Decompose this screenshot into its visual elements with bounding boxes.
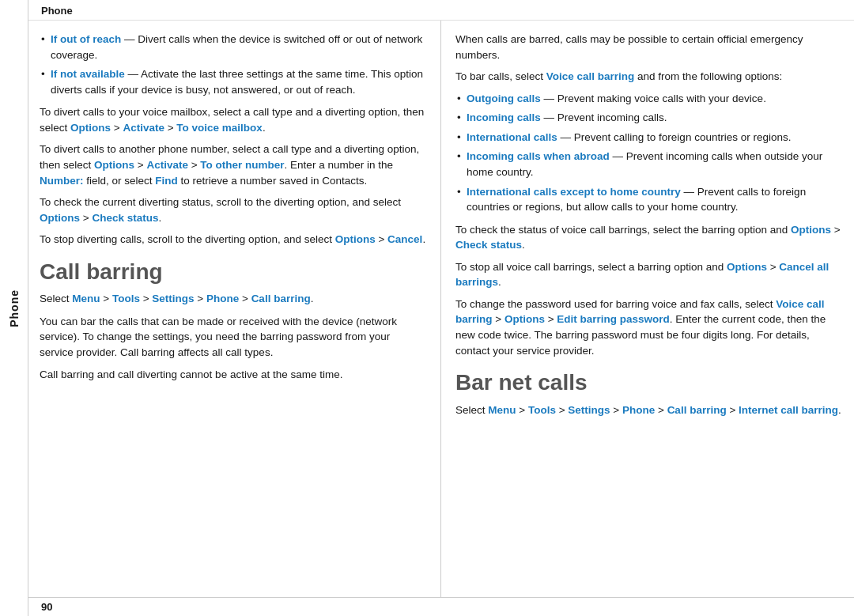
options-link-r2[interactable]: Options (727, 261, 767, 273)
cancel-link[interactable]: Cancel (387, 233, 422, 245)
call-barring-para1: You can bar the calls that can be made o… (40, 314, 426, 361)
list-item: If not available — Activate the last thr… (40, 66, 426, 97)
incoming-calls-link[interactable]: Incoming calls (467, 111, 541, 123)
sidebar: Phone (0, 0, 28, 616)
international-calls-except-link[interactable]: International calls except to home count… (467, 186, 681, 198)
phone-link-2[interactable]: Phone (622, 404, 655, 416)
bar-net-calls-path: Select Menu > Tools > Settings > Phone >… (455, 402, 841, 418)
bar-net-calls-heading: Bar net calls (455, 369, 841, 396)
page-footer: 90 (28, 597, 854, 616)
list-item: International calls except to home count… (455, 184, 841, 215)
settings-link-2[interactable]: Settings (568, 404, 610, 416)
list-item: International calls — Prevent calling to… (455, 130, 841, 145)
voice-call-barring-para: To bar calls, select Voice call barring … (455, 69, 841, 85)
options-link-r1[interactable]: Options (791, 224, 831, 236)
activate-link-1[interactable]: Activate (123, 122, 164, 134)
edit-barring-password-link[interactable]: Edit barring password (557, 313, 670, 325)
check-barring-status-para: To check the status of voice call barrin… (455, 222, 841, 253)
to-voice-mailbox-link[interactable]: To voice mailbox (176, 122, 263, 134)
page-wrapper: Phone Phone If out of reach — Divert cal… (0, 0, 854, 616)
page-title-bar: Phone (28, 0, 854, 21)
call-barring-link[interactable]: Call barring (251, 293, 311, 304)
check-status-link-r[interactable]: Check status (455, 239, 522, 251)
para-voice-mailbox: To divert calls to your voice mailbox, s… (40, 104, 426, 135)
sidebar-label: Phone (8, 289, 21, 327)
list-item: Outgoing calls — Prevent making voice ca… (455, 91, 841, 107)
stop-barrings-para: To stop all voice call barrings, select … (455, 259, 841, 290)
menu-link-2[interactable]: Menu (488, 404, 516, 416)
call-barring-heading: Call barring (40, 259, 426, 285)
para-stop-diverting: To stop diverting calls, scroll to the d… (40, 232, 426, 248)
list-item: Incoming calls when abroad — Prevent inc… (455, 149, 841, 180)
columns-wrapper: If out of reach — Divert calls when the … (28, 21, 854, 597)
voice-call-barring-link[interactable]: Voice call barring (546, 70, 635, 82)
options-link-3[interactable]: Options (40, 212, 80, 224)
if-out-of-reach-link[interactable]: If out of reach (51, 33, 121, 45)
main-content: Phone If out of reach — Divert calls whe… (28, 0, 854, 616)
options-link-1[interactable]: Options (70, 122, 111, 134)
internet-call-barring-link[interactable]: Internet call barring (739, 404, 838, 416)
top-bullet-list: If out of reach — Divert calls when the … (40, 32, 426, 97)
emergency-para: When calls are barred, calls may be poss… (455, 32, 841, 62)
list-item: If out of reach — Divert calls when the … (40, 32, 426, 62)
number-field-link[interactable]: Number: (40, 175, 84, 187)
settings-link-1[interactable]: Settings (152, 293, 194, 304)
para-check-status: To check the current diverting status, s… (40, 195, 426, 225)
col-right: When calls are barred, calls may be poss… (441, 21, 854, 597)
options-link-4[interactable]: Options (335, 233, 376, 245)
activate-link-2[interactable]: Activate (146, 159, 188, 171)
find-link[interactable]: Find (155, 175, 178, 187)
list-item: Incoming calls — Prevent incoming calls. (455, 110, 841, 126)
col-left: If out of reach — Divert calls when the … (28, 21, 441, 597)
outgoing-calls-link[interactable]: Outgoing calls (467, 93, 541, 104)
call-barring-path: Select Menu > Tools > Settings > Phone >… (40, 291, 426, 307)
page-number: 90 (41, 601, 52, 613)
to-other-number-link[interactable]: To other number (200, 159, 284, 171)
tools-link-2[interactable]: Tools (528, 404, 556, 416)
if-not-available-link[interactable]: If not available (51, 68, 125, 80)
menu-link-1[interactable]: Menu (72, 293, 100, 304)
options-link-2[interactable]: Options (94, 159, 134, 171)
incoming-calls-abroad-link[interactable]: Incoming calls when abroad (467, 150, 610, 162)
tools-link-1[interactable]: Tools (112, 293, 140, 304)
change-password-para: To change the password used for barring … (455, 297, 841, 358)
international-calls-link[interactable]: International calls (467, 131, 557, 143)
call-barring-para2: Call barring and call diverting cannot b… (40, 367, 426, 383)
para-other-number: To divert calls to another phone number,… (40, 142, 426, 188)
check-status-link-1[interactable]: Check status (92, 212, 158, 224)
phone-link-1[interactable]: Phone (206, 293, 239, 304)
options-link-r3[interactable]: Options (504, 313, 545, 325)
call-barring-link-2[interactable]: Call barring (667, 404, 727, 416)
page-title: Phone (41, 5, 73, 17)
barring-options-list: Outgoing calls — Prevent making voice ca… (455, 91, 841, 215)
